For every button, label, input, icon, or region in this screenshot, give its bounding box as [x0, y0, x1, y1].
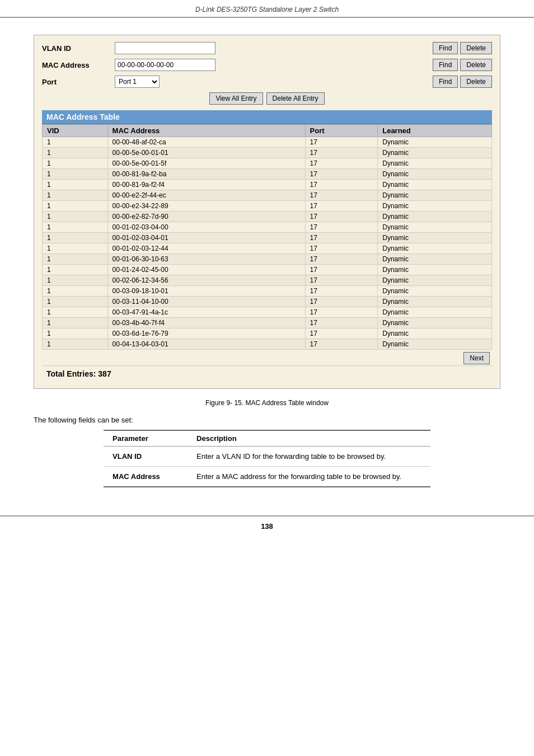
- cell-port: 17: [305, 339, 378, 350]
- cell-mac: 00-00-5e-00-01-01: [107, 148, 305, 158]
- table-row: 1 00-00-81-9a-f2-f4 17 Dynamic: [43, 180, 492, 190]
- cell-port: 17: [305, 233, 378, 243]
- table-row: 1 00-03-4b-40-7f-f4 17 Dynamic: [43, 318, 492, 328]
- cell-port: 17: [305, 169, 378, 180]
- cell-port: 17: [305, 212, 378, 222]
- mac-address-delete-button[interactable]: Delete: [460, 59, 492, 71]
- view-all-entry-button[interactable]: View All Entry: [209, 92, 263, 105]
- cell-port: 17: [305, 275, 378, 286]
- cell-vid: 1: [43, 180, 108, 190]
- vlan-id-input[interactable]: [115, 42, 216, 54]
- cell-vid: 1: [43, 307, 108, 318]
- cell-vid: 1: [43, 201, 108, 212]
- mac-table: VID MAC Address Port Learned 1 00-00-48-…: [42, 124, 492, 350]
- table-row: 1 00-01-02-03-04-01 17 Dynamic: [43, 233, 492, 243]
- cell-port: 17: [305, 222, 378, 233]
- param-table: Parameter Description VLAN ID Enter a VL…: [104, 430, 430, 487]
- col-port: Port: [305, 125, 378, 137]
- delete-all-entry-button[interactable]: Delete All Entry: [266, 92, 325, 105]
- next-row: Next: [42, 350, 492, 365]
- figure-caption: Figure 9- 15. MAC Address Table window: [34, 399, 500, 407]
- following-text: The following fields can be set:: [34, 416, 500, 424]
- vlan-id-label: VLAN ID: [42, 44, 115, 53]
- cell-vid: 1: [43, 286, 108, 297]
- param-name: VLAN ID: [104, 447, 188, 467]
- list-item: VLAN ID Enter a VLAN ID for the forwardi…: [104, 447, 430, 467]
- page-footer: 138: [0, 515, 534, 536]
- port-delete-button[interactable]: Delete: [460, 76, 492, 88]
- mac-address-find-button[interactable]: Find: [433, 59, 458, 71]
- cell-mac: 00-03-47-91-4a-1c: [107, 307, 305, 318]
- filter-panel: VLAN ID Find Delete MAC Address Find Del…: [34, 35, 500, 389]
- cell-mac: 00-00-48-af-02-ca: [107, 137, 305, 148]
- cell-vid: 1: [43, 137, 108, 148]
- cell-mac: 00-01-06-30-10-63: [107, 254, 305, 265]
- col-vid: VID: [43, 125, 108, 137]
- cell-vid: 1: [43, 212, 108, 222]
- cell-port: 17: [305, 297, 378, 307]
- vlan-id-buttons: Find Delete: [433, 42, 492, 54]
- page-header: D-Link DES-3250TG Standalone Layer 2 Swi…: [0, 0, 534, 18]
- cell-learned: Dynamic: [378, 180, 492, 190]
- cell-mac: 00-00-81-9a-f2-ba: [107, 169, 305, 180]
- port-buttons: Find Delete: [433, 76, 492, 88]
- cell-learned: Dynamic: [378, 190, 492, 201]
- cell-learned: Dynamic: [378, 328, 492, 339]
- table-row: 1 00-00-e2-82-7d-90 17 Dynamic: [43, 212, 492, 222]
- cell-vid: 1: [43, 233, 108, 243]
- cell-mac: 00-03-09-18-10-01: [107, 286, 305, 297]
- header-title: D-Link DES-3250TG Standalone Layer 2 Swi…: [195, 6, 339, 13]
- port-find-button[interactable]: Find: [433, 76, 458, 88]
- cell-vid: 1: [43, 158, 108, 169]
- main-content: VLAN ID Find Delete MAC Address Find Del…: [0, 29, 534, 499]
- table-row: 1 00-01-24-02-45-00 17 Dynamic: [43, 265, 492, 275]
- cell-mac: 00-02-06-12-34-56: [107, 275, 305, 286]
- cell-vid: 1: [43, 265, 108, 275]
- table-row: 1 00-00-e2-2f-44-ec 17 Dynamic: [43, 190, 492, 201]
- list-item: MAC Address Enter a MAC address for the …: [104, 467, 430, 487]
- cell-port: 17: [305, 190, 378, 201]
- cell-learned: Dynamic: [378, 297, 492, 307]
- cell-learned: Dynamic: [378, 318, 492, 328]
- mac-address-row: MAC Address Find Delete: [42, 59, 492, 71]
- cell-mac: 00-00-e2-82-7d-90: [107, 212, 305, 222]
- col-mac-address: MAC Address: [107, 125, 305, 137]
- port-label: Port: [42, 78, 115, 86]
- param-desc: Enter a MAC address for the forwarding t…: [188, 467, 430, 487]
- port-select[interactable]: Port 1 Port 2 Port 3: [115, 76, 160, 88]
- table-row: 1 00-03-47-91-4a-1c 17 Dynamic: [43, 307, 492, 318]
- next-button[interactable]: Next: [463, 352, 490, 364]
- table-row: 1 00-01-02-03-04-00 17 Dynamic: [43, 222, 492, 233]
- vlan-id-row: VLAN ID Find Delete: [42, 42, 492, 54]
- cell-mac: 00-01-02-03-12-44: [107, 243, 305, 254]
- cell-vid: 1: [43, 318, 108, 328]
- cell-port: 17: [305, 201, 378, 212]
- cell-learned: Dynamic: [378, 201, 492, 212]
- cell-mac: 00-00-e2-34-22-89: [107, 201, 305, 212]
- mac-address-input[interactable]: [115, 59, 216, 71]
- cell-vid: 1: [43, 243, 108, 254]
- cell-learned: Dynamic: [378, 286, 492, 297]
- param-table-body: VLAN ID Enter a VLAN ID for the forwardi…: [104, 447, 430, 487]
- cell-mac: 00-03-4b-40-7f-f4: [107, 318, 305, 328]
- cell-vid: 1: [43, 254, 108, 265]
- cell-port: 17: [305, 265, 378, 275]
- table-row: 1 00-02-06-12-34-56 17 Dynamic: [43, 275, 492, 286]
- table-row: 1 00-03-6d-1e-76-79 17 Dynamic: [43, 328, 492, 339]
- table-row: 1 00-00-5e-00-01-01 17 Dynamic: [43, 148, 492, 158]
- param-table-header: Parameter Description: [104, 430, 430, 447]
- desc-col-header: Description: [188, 430, 430, 447]
- vlan-id-find-button[interactable]: Find: [433, 42, 458, 54]
- cell-port: 17: [305, 328, 378, 339]
- table-row: 1 00-04-13-04-03-01 17 Dynamic: [43, 339, 492, 350]
- cell-learned: Dynamic: [378, 222, 492, 233]
- cell-mac: 00-04-13-04-03-01: [107, 339, 305, 350]
- vlan-id-delete-button[interactable]: Delete: [460, 42, 492, 54]
- mac-address-buttons: Find Delete: [433, 59, 492, 71]
- table-row: 1 00-01-02-03-12-44 17 Dynamic: [43, 243, 492, 254]
- cell-vid: 1: [43, 190, 108, 201]
- cell-vid: 1: [43, 222, 108, 233]
- cell-port: 17: [305, 158, 378, 169]
- mac-address-table-section: MAC Address Table VID MAC Address Port L…: [42, 110, 492, 381]
- cell-learned: Dynamic: [378, 275, 492, 286]
